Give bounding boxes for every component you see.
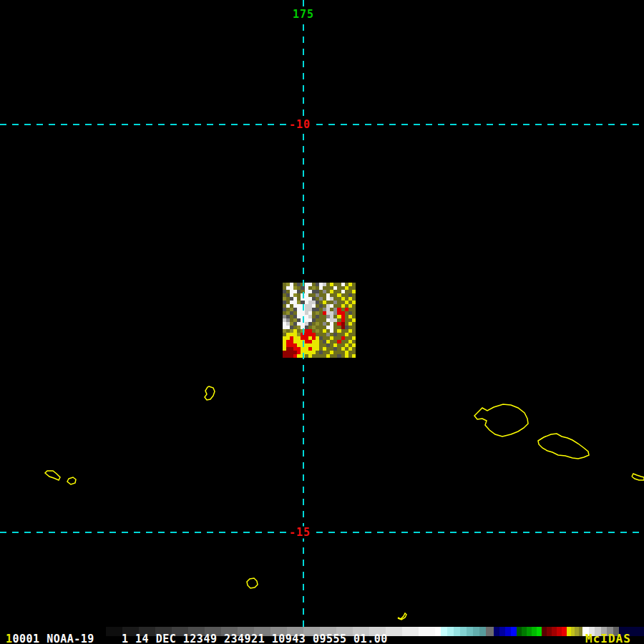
latitude-gridline: [0, 124, 644, 125]
coastline-island-small-west: [205, 386, 215, 400]
coastline-islet-b: [67, 477, 76, 484]
coastline-upolu: [538, 434, 589, 459]
status-text: 10001 NOAA-19 1 14 DEC 12349 234921 1094…: [6, 635, 388, 643]
latitude-label-neg10: -10: [286, 119, 313, 131]
mcidas-brand: McIDAS: [585, 635, 631, 643]
coastline-tutuila-fragment: [632, 474, 644, 480]
coastline-islet-a: [45, 471, 60, 480]
image-info-text: 0001 NOAA-19 1 14 DEC 12349 234921 10943…: [13, 633, 388, 644]
longitude-label: 175: [290, 9, 317, 21]
latitude-label-neg15: -15: [286, 527, 313, 539]
coastline-islet-squiggle: [398, 613, 406, 620]
mcidas-image-window[interactable]: 175 -10 -15 10001 NOAA-19 1 14 DEC 12349…: [0, 0, 644, 644]
coastline-overlay: [0, 0, 644, 644]
latitude-gridline: [0, 532, 644, 533]
status-bar: 10001 NOAA-19 1 14 DEC 12349 234921 1094…: [0, 625, 644, 644]
coastline-savaii: [474, 404, 528, 436]
frame-number: 1: [6, 633, 13, 644]
coastline-atoll-ring: [247, 578, 258, 588]
